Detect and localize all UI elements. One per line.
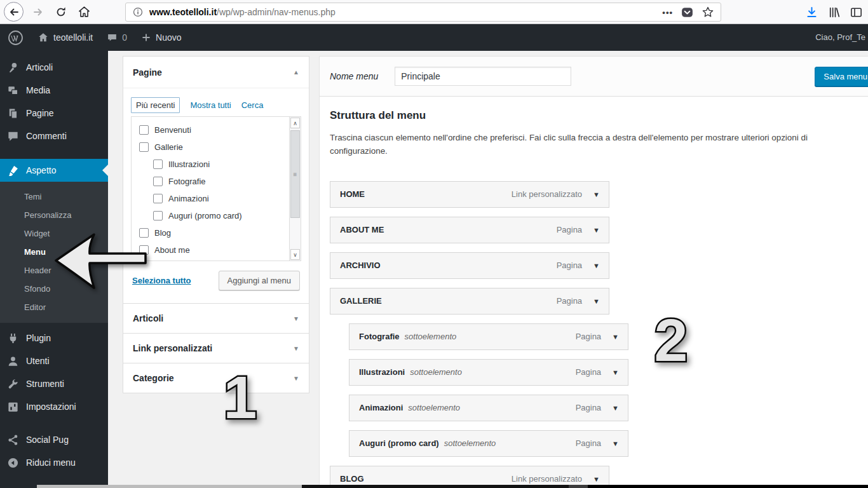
url-bar[interactable]: www.teotelloli.it/wp/wp-admin/nav-menus.… — [125, 3, 721, 22]
save-menu-button[interactable]: Salva menu — [815, 67, 868, 86]
checkbox[interactable] — [153, 211, 163, 220]
collapse-triangle-icon[interactable]: ▲ — [293, 69, 299, 76]
checkbox[interactable] — [153, 194, 163, 203]
pages-scrollbar[interactable]: ∧ ≡ ∨ — [289, 117, 301, 261]
checkbox[interactable] — [153, 177, 163, 186]
comments-icon — [7, 130, 19, 142]
back-arrow-icon — [8, 6, 20, 18]
checkbox[interactable] — [139, 228, 149, 238]
submenu-item-temi[interactable]: Temi — [0, 187, 108, 206]
item-expand-triangle-icon[interactable]: ▼ — [612, 404, 619, 412]
page-item-label: Illustrazioni — [168, 159, 210, 169]
menu-structure-item[interactable]: HOMELink personalizzato▼ — [330, 181, 609, 208]
pocket-icon[interactable] — [681, 6, 694, 19]
url-path: /wp/wp-admin/nav-menus.php — [217, 7, 336, 17]
accordion-articoli[interactable]: Articoli▼ — [123, 304, 309, 334]
menu-structure-item[interactable]: IllustrazionisottoelementoPagina▼ — [349, 359, 628, 386]
sidebar-item-aspetto[interactable]: Aspetto — [0, 159, 108, 182]
site-info-icon[interactable] — [132, 6, 144, 18]
add-to-menu-button[interactable]: Aggiungi al menu — [219, 271, 300, 290]
forward-button[interactable] — [30, 4, 46, 20]
sidebar-item-impostazioni[interactable]: Impostazioni — [0, 395, 108, 418]
submenu-item-widget[interactable]: Widget — [0, 224, 108, 243]
item-expand-triangle-icon[interactable]: ▼ — [612, 440, 619, 447]
sidebar-item-articoli[interactable]: Articoli — [0, 56, 108, 79]
select-all-link[interactable]: Seleziona tutto — [132, 276, 191, 285]
sidebar-toggle-icon[interactable] — [850, 6, 863, 19]
checkbox[interactable] — [139, 142, 149, 152]
menu-items-column: Pagine ▲ Più recentiMostra tuttiCerca Be… — [123, 56, 309, 393]
reload-button[interactable] — [53, 4, 69, 20]
sidebar-item-strumenti[interactable]: Strumenti — [0, 372, 108, 395]
scroll-down-icon[interactable]: ∨ — [290, 249, 300, 260]
admin-bar-site-link[interactable]: teotelloli.it — [37, 32, 93, 43]
expand-triangle-icon[interactable]: ▼ — [293, 315, 299, 322]
menu-name-label: Nome menu — [330, 71, 378, 81]
sidebar-item-commenti[interactable]: Commenti — [0, 125, 108, 147]
pages-tab-cerca[interactable]: Cerca — [241, 100, 264, 110]
sidebar-item-pagine[interactable]: Pagine — [0, 102, 108, 125]
menu-structure-item[interactable]: GALLERIEPagina▼ — [330, 288, 609, 315]
url-text: www.teotelloli.it/wp/wp-admin/nav-menus.… — [149, 7, 336, 17]
item-expand-triangle-icon[interactable]: ▼ — [612, 333, 619, 341]
menu-name-input[interactable] — [395, 67, 571, 86]
submenu-item-editor[interactable]: Editor — [0, 298, 108, 316]
comments-count: 0 — [122, 32, 127, 43]
page-actions-icon[interactable]: ••• — [662, 8, 673, 17]
sidebar-item-label: Social Pug — [26, 435, 69, 445]
admin-bar-site-name: teotelloli.it — [53, 32, 93, 43]
page-item-label: Fotografie — [168, 177, 206, 186]
scroll-up-icon[interactable]: ∧ — [290, 118, 300, 128]
item-expand-triangle-icon[interactable]: ▼ — [593, 191, 600, 198]
item-expand-triangle-icon[interactable]: ▼ — [593, 262, 600, 269]
menu-structure-item[interactable]: Auguri (promo card)sottoelementoPagina▼ — [349, 430, 628, 457]
expand-triangle-icon[interactable]: ▼ — [293, 375, 299, 382]
pages-panel-header[interactable]: Pagine ▲ — [123, 57, 309, 88]
submenu-item-personalizza[interactable]: Personalizza — [0, 206, 108, 224]
menu-structure-item[interactable]: ARCHIVIOPagina▼ — [330, 252, 609, 279]
downloads-icon[interactable] — [805, 6, 818, 19]
browser-nav-buttons — [0, 2, 92, 22]
page-item-label: Animazioni — [168, 194, 209, 203]
checkbox[interactable] — [139, 245, 149, 255]
page-item-label: Benvenuti — [154, 125, 191, 135]
expand-triangle-icon[interactable]: ▼ — [293, 345, 299, 352]
item-expand-triangle-icon[interactable]: ▼ — [612, 369, 619, 376]
accordion-list: Articoli▼Link personalizzati▼Categorie▼ — [123, 304, 309, 393]
back-button[interactable] — [4, 2, 24, 22]
checkbox[interactable] — [153, 159, 163, 169]
menu-structure-item[interactable]: AnimazionisottoelementoPagina▼ — [349, 395, 628, 421]
item-expand-triangle-icon[interactable]: ▼ — [593, 297, 600, 305]
pages-panel-body: Più recentiMostra tuttiCerca BenvenutiGa… — [123, 88, 309, 303]
pages-tab-più-recenti[interactable]: Più recenti — [131, 97, 180, 113]
sidebar-item-social-pug[interactable]: Social Pug — [0, 428, 108, 451]
bookmark-star-icon[interactable] — [702, 6, 714, 18]
accordion-link-personalizzati[interactable]: Link personalizzati▼ — [123, 334, 309, 363]
submenu-item-menu[interactable]: Menu — [0, 243, 108, 261]
bottom-strip-gray — [569, 485, 588, 488]
library-icon[interactable] — [827, 6, 841, 19]
item-expand-triangle-icon[interactable]: ▼ — [593, 475, 600, 483]
submenu-item-header[interactable]: Header — [0, 261, 108, 280]
sidebar-item-media[interactable]: Media — [0, 79, 108, 102]
wp-logo-button[interactable] — [8, 30, 24, 46]
admin-bar-comments[interactable]: 0 — [107, 32, 127, 43]
page-item-label: Blog — [154, 228, 171, 238]
sidebar-item-riduci-menu[interactable]: Riduci menu — [0, 451, 108, 474]
pages-tab-mostra-tutti[interactable]: Mostra tutti — [190, 100, 231, 110]
menu-structure-item[interactable]: FotografiesottoelementoPagina▼ — [349, 323, 628, 350]
item-expand-triangle-icon[interactable]: ▼ — [593, 226, 600, 234]
sidebar-item-utenti[interactable]: Utenti — [0, 349, 108, 372]
admin-bar-new-button[interactable]: Nuovo — [141, 32, 181, 43]
menu-structure-item[interactable]: ABOUT MEPagina▼ — [330, 217, 609, 243]
browser-home-button[interactable] — [76, 4, 92, 20]
sidebar-item-plugin[interactable]: Plugin — [0, 327, 108, 349]
scrollbar-thumb[interactable]: ≡ — [290, 130, 300, 218]
checkbox[interactable] — [139, 125, 149, 135]
accordion-categorie[interactable]: Categorie▼ — [123, 363, 309, 393]
page-checkbox-row: Illustrazioni — [132, 156, 301, 173]
brush-icon — [7, 165, 19, 177]
admin-bar-greeting[interactable]: Ciao, Prof_Te — [815, 24, 865, 51]
submenu-item-sfondo[interactable]: Sfondo — [0, 280, 108, 298]
wp-admin-bar: teotelloli.it 0 Nuovo Ciao, Prof_Te — [0, 24, 868, 51]
